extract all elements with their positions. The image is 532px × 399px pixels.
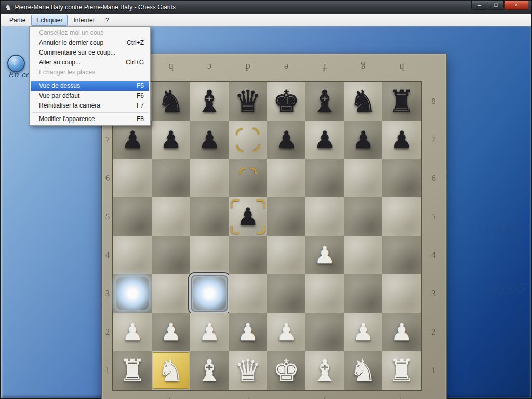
rank-label-left-1: 1 (102, 351, 113, 390)
menu-item-shortcut: F6 (137, 92, 144, 100)
piece-white-pawn-g2[interactable]: ♟ (344, 313, 382, 351)
piece-black-pawn-f7[interactable]: ♟ (305, 121, 344, 159)
square-b5[interactable] (152, 197, 190, 236)
square-c5[interactable] (190, 197, 229, 236)
piece-white-bishop-c1[interactable]: ♝ (190, 351, 229, 390)
minimize-button[interactable]: – (471, 1, 487, 10)
square-c6[interactable] (190, 159, 229, 197)
piece-black-pawn-g7[interactable]: ♟ (344, 121, 382, 159)
square-a4[interactable] (113, 236, 152, 274)
menu-item-label: Annuler le dernier coup (39, 39, 103, 47)
square-h4[interactable] (382, 236, 421, 274)
square-b6[interactable] (152, 159, 190, 197)
menu-echiquier[interactable]: Echiquier (31, 15, 68, 26)
piece-white-bishop-f1[interactable]: ♝ (305, 351, 344, 390)
piece-black-bishop-c8[interactable]: ♝ (190, 82, 229, 121)
app-window: ♞ Pierre-Marie Baty contre Pierre-Marie … (0, 0, 532, 399)
square-d7[interactable] (229, 121, 267, 159)
menu-partie[interactable]: Partie (4, 15, 31, 26)
piece-white-king-e1[interactable]: ♚ (267, 351, 305, 390)
square-e4[interactable] (267, 236, 305, 274)
menu-item-label: Echanger les places (39, 69, 95, 76)
rank-label-right-5: 5 (421, 197, 446, 236)
square-h6[interactable] (382, 159, 421, 197)
square-h3[interactable] (382, 274, 421, 313)
rank-label-right-7: 7 (421, 121, 446, 159)
piece-black-pawn-d5[interactable]: ♟ (229, 197, 267, 236)
piece-black-bishop-f8[interactable]: ♝ (305, 82, 344, 121)
square-e3[interactable] (267, 274, 305, 313)
square-h5[interactable] (382, 197, 421, 236)
piece-white-pawn-f4[interactable]: ♟ (305, 236, 344, 274)
square-f3[interactable] (305, 274, 344, 313)
square-c3[interactable] (190, 274, 229, 313)
menu-item-réinitialiser-la-caméra[interactable]: Réinitialiser la caméraF7 (31, 101, 149, 111)
menu-item-modifier-l-apparence[interactable]: Modifier l'apparenceF8 (31, 114, 149, 124)
menu-item-shortcut: Ctrl+Z (127, 39, 144, 47)
piece-black-rook-h8[interactable]: ♜ (382, 82, 421, 121)
file-label-top-e: e (267, 61, 305, 73)
window-title: Pierre-Marie Baty contre Pierre-Marie Ba… (15, 4, 175, 11)
piece-white-pawn-b2[interactable]: ♟ (152, 313, 190, 351)
piece-white-pawn-c2[interactable]: ♟ (190, 313, 229, 351)
square-g4[interactable] (344, 236, 382, 274)
file-label-bottom-g: g (344, 396, 382, 399)
square-f5[interactable] (305, 197, 344, 236)
menu-item-vue-de-dessus[interactable]: Vue de dessusF5 (31, 81, 149, 91)
square-b4[interactable] (152, 236, 190, 274)
piece-white-rook-a1[interactable]: ♜ (113, 351, 152, 390)
menu-item-vue-par-défaut[interactable]: Vue par défautF6 (31, 91, 149, 101)
piece-black-king-e8[interactable]: ♚ (267, 82, 305, 121)
square-g5[interactable] (344, 197, 382, 236)
square-g6[interactable] (344, 159, 382, 197)
menu-help[interactable]: ? (100, 15, 114, 26)
square-b3[interactable] (152, 274, 190, 313)
piece-black-pawn-b7[interactable]: ♟ (152, 121, 190, 159)
piece-white-knight-g1[interactable]: ♞ (344, 351, 382, 390)
board-frame: ♜♞♝♛♚♝♞♜♟♟♟♟♟♟♟♟♟♟♟♟♟♟♟♟♜♞♝♛♚♝♞♜ aabbccd… (101, 54, 447, 399)
piece-black-knight-g8[interactable]: ♞ (344, 82, 382, 121)
rank-label-left-3: 3 (102, 274, 113, 313)
piece-white-knight-b1[interactable]: ♞ (152, 351, 190, 390)
square-e5[interactable] (267, 197, 305, 236)
square-a5[interactable] (113, 197, 152, 236)
square-f2[interactable] (305, 313, 344, 351)
menu-item-commentaire-sur-ce-coup[interactable]: Commentaire sur ce coup... (31, 48, 149, 58)
square-d4[interactable] (229, 236, 267, 274)
maximize-button[interactable]: □ (488, 1, 504, 10)
square-a3[interactable] (113, 274, 152, 313)
square-g3[interactable] (344, 274, 382, 313)
rank-label-left-5: 5 (102, 197, 113, 236)
menu-item-aller-au-coup[interactable]: Aller au coup...Ctrl+G (31, 58, 149, 68)
titlebar[interactable]: ♞ Pierre-Marie Baty contre Pierre-Marie … (1, 1, 531, 15)
square-f6[interactable] (305, 159, 344, 197)
piece-black-knight-b8[interactable]: ♞ (152, 82, 190, 121)
piece-white-pawn-h2[interactable]: ♟ (382, 313, 421, 351)
piece-black-pawn-h7[interactable]: ♟ (382, 121, 421, 159)
close-button[interactable]: × (504, 1, 528, 10)
square-d6[interactable] (229, 159, 267, 197)
square-c4[interactable] (190, 236, 229, 274)
rank-label-right-6: 6 (421, 159, 446, 197)
piece-white-pawn-a2[interactable]: ♟ (113, 313, 152, 351)
back-button[interactable]: ← (7, 55, 25, 72)
rank-label-right-8: 8 (421, 82, 446, 121)
square-e6[interactable] (267, 159, 305, 197)
menu-item-shortcut: F5 (137, 82, 144, 90)
cursor-square-border (189, 273, 230, 314)
piece-white-pawn-e2[interactable]: ♟ (267, 313, 305, 351)
piece-black-pawn-c7[interactable]: ♟ (190, 121, 229, 159)
piece-white-pawn-d2[interactable]: ♟ (229, 313, 267, 351)
piece-white-queen-d1[interactable]: ♛ (229, 351, 267, 390)
square-a6[interactable] (113, 159, 152, 197)
menu-item-annuler-le-dernier-coup[interactable]: Annuler le dernier coupCtrl+Z (31, 38, 149, 48)
piece-black-queen-d8[interactable]: ♛ (229, 82, 267, 121)
move-list: 1. f4 d5 (483, 224, 514, 235)
rank-label-left-2: 2 (102, 313, 113, 351)
piece-black-pawn-a7[interactable]: ♟ (113, 121, 152, 159)
file-label-bottom-a: a (113, 396, 152, 399)
square-d3[interactable] (229, 274, 267, 313)
menu-internet[interactable]: Internet (68, 15, 100, 26)
piece-black-pawn-e7[interactable]: ♟ (267, 121, 305, 159)
piece-white-rook-h1[interactable]: ♜ (382, 351, 421, 390)
